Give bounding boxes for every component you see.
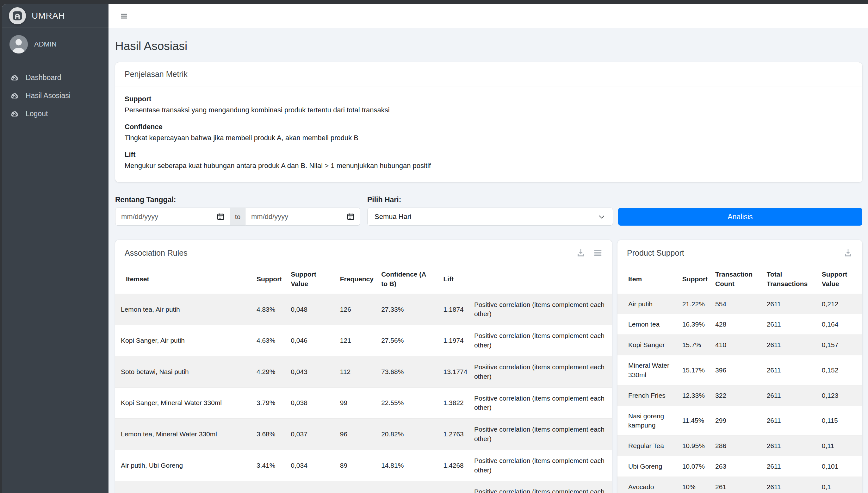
date-range-group: mm/dd/yyyy to mm/dd/yyyy (115, 208, 360, 226)
brand-logo-icon (9, 7, 26, 24)
table-cell: 299 (710, 406, 762, 436)
association-rules-title: Association Rules (125, 249, 187, 258)
column-header: Total Transactions (762, 264, 817, 294)
user-name: ADMIN (34, 40, 57, 48)
table-cell: 410 (710, 335, 762, 355)
table-cell: 0,101 (817, 456, 862, 476)
table-cell: 2611 (762, 436, 817, 456)
association-rules-card: Association Rules (115, 240, 612, 493)
table-cell: 73.68% (376, 356, 438, 387)
column-header: Itemset (115, 264, 251, 294)
table-cell: 1.8363 (438, 481, 468, 493)
table-cell: 3.41% (251, 450, 285, 481)
analyze-button[interactable]: Analisis (618, 208, 862, 226)
table-cell: 96 (334, 419, 376, 450)
table-cell: Kopi Sanger (618, 335, 677, 355)
table-row: Avocado10%26126110,1 (618, 476, 862, 493)
calendar-icon[interactable] (216, 212, 225, 221)
table-cell: 1.1874 (438, 294, 468, 325)
menu-toggle-icon[interactable] (120, 12, 128, 20)
column-header: Support Value (285, 264, 334, 294)
table-cell: 4.29% (251, 356, 285, 387)
table-row: Ubi Goreng10.07%26326110,101 (618, 456, 862, 476)
table-cell: 1.2763 (438, 419, 468, 450)
table-header-row: ItemSupportTransaction CountTotal Transa… (618, 264, 862, 294)
table-cell: 0,115 (817, 406, 862, 436)
table-cell: 4.63% (251, 325, 285, 356)
table-cell: Positive correlation (items complement e… (468, 450, 612, 481)
column-header: Support Value (817, 264, 862, 294)
page-title: Hasil Asosiasi (115, 40, 862, 53)
table-cell: Regular Tea (618, 436, 677, 456)
user-panel[interactable]: ADMIN (2, 28, 109, 61)
table-cell: 99 (334, 387, 376, 419)
table-cell: 42.27% (376, 481, 438, 493)
table-row: Regular Tea10.95%28626110,11 (618, 436, 862, 456)
table-cell: 0,046 (285, 325, 334, 356)
table-row: Fresh brew Coffee, Air putih3.14%0,03182… (115, 481, 612, 493)
sidebar-item-label: Logout (26, 109, 48, 118)
metrics-card-title: Penjelasan Metrik (115, 62, 862, 86)
table-row: Lemon tea, Air putih4.83%0,04812627.33%1… (115, 294, 612, 325)
date-to-input[interactable]: mm/dd/yyyy (245, 208, 360, 226)
download-icon[interactable] (843, 248, 853, 258)
table-cell: Positive correlation (items complement e… (468, 356, 612, 387)
table-cell: 1.1974 (438, 325, 468, 356)
table-cell: 0,157 (817, 335, 862, 355)
table-cell: 3.68% (251, 419, 285, 450)
table-cell: Air putih (618, 294, 677, 314)
table-cell: 4.83% (251, 294, 285, 325)
metric-description: Persentase transaksi yang mengandung kom… (125, 106, 853, 114)
table-cell: 554 (710, 294, 762, 314)
table-row: Lemon tea, Mineral Water 330ml3.68%0,037… (115, 419, 612, 450)
sidebar: UMRAH ADMIN Dashboard (2, 4, 109, 493)
metric-lift: Lift Mengukur seberapa kuat hubungan ant… (125, 151, 853, 170)
top-navbar (109, 4, 868, 28)
table-cell: 11.45% (677, 406, 710, 436)
table-cell: Fresh brew Coffee, Air putih (115, 481, 251, 493)
date-from-placeholder: mm/dd/yyyy (121, 213, 158, 221)
table-cell: 261 (710, 476, 762, 493)
chevron-down-icon (598, 213, 606, 221)
table-row: Air putih, Ubi Goreng3.41%0,0348914.81%1… (115, 450, 612, 481)
metric-term: Lift (125, 151, 853, 159)
table-cell: 16.39% (677, 314, 710, 335)
brand-link[interactable]: UMRAH (2, 4, 109, 28)
user-avatar (9, 35, 28, 53)
table-cell: Nasi goreng kampung (618, 406, 677, 436)
table-cell: 27.56% (376, 325, 438, 356)
table-cell: 12.33% (677, 385, 710, 406)
column-header: Support (677, 264, 710, 294)
table-cell: Mineral Water 330ml (618, 355, 677, 385)
metric-description: Mengukur seberapa kuat hubungan antara p… (125, 162, 853, 170)
table-cell: 0,164 (817, 314, 862, 335)
association-rules-table: ItemsetSupportSupport ValueFrequencyConf… (115, 264, 612, 493)
table-cell: 126 (334, 294, 376, 325)
sidebar-item-logout[interactable]: Logout (6, 105, 104, 123)
table-cell: 322 (710, 385, 762, 406)
table-cell: 121 (334, 325, 376, 356)
table-cell: 1.4268 (438, 450, 468, 481)
table-cell: Lemon tea (618, 314, 677, 335)
metrics-card: Penjelasan Metrik Support Persentase tra… (115, 62, 862, 182)
product-support-card: Product Support ItemSupportTransaction (618, 240, 862, 493)
day-select[interactable]: Semua Hari (367, 208, 613, 226)
date-from-input[interactable]: mm/dd/yyyy (115, 208, 230, 226)
download-icon[interactable] (576, 248, 585, 258)
sidebar-item-dashboard[interactable]: Dashboard (6, 69, 104, 87)
column-header: Lift (438, 264, 468, 294)
list-icon[interactable] (593, 248, 603, 258)
table-cell: Positive correlation (items complement e… (468, 419, 612, 450)
calendar-icon[interactable] (347, 212, 355, 221)
table-cell: 2611 (762, 456, 817, 476)
metric-confidence: Confidence Tingkat kepercayaan bahwa jik… (125, 123, 853, 142)
table-cell: 82 (334, 481, 376, 493)
product-support-table: ItemSupportTransaction CountTotal Transa… (618, 264, 862, 493)
sidebar-item-hasil-asosiasi[interactable]: Hasil Asosiasi (6, 87, 104, 105)
table-cell: 89 (334, 450, 376, 481)
table-cell: Positive correlation (items complement e… (468, 481, 612, 493)
column-header: Support (251, 264, 285, 294)
filter-row: Rentang Tanggal: mm/dd/yyyy (115, 196, 862, 226)
metric-support: Support Persentase transaksi yang mengan… (125, 95, 853, 114)
table-cell: 10% (677, 476, 710, 493)
